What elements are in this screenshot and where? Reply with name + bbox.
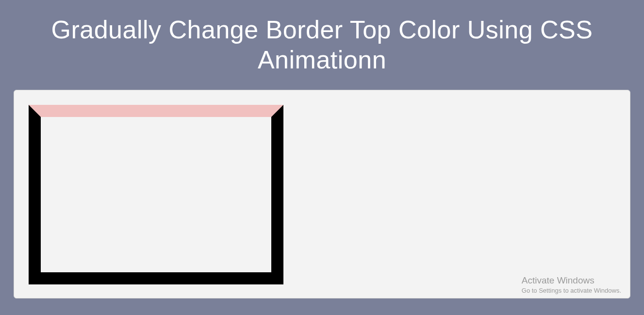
animation-demo-box [29,105,283,284]
page-title: Gradually Change Border Top Color Using … [0,0,644,85]
watermark-title: Activate Windows [522,275,621,286]
windows-activation-watermark: Activate Windows Go to Settings to activ… [522,275,621,294]
watermark-subtitle: Go to Settings to activate Windows. [522,287,621,294]
content-panel: Activate Windows Go to Settings to activ… [14,90,630,298]
